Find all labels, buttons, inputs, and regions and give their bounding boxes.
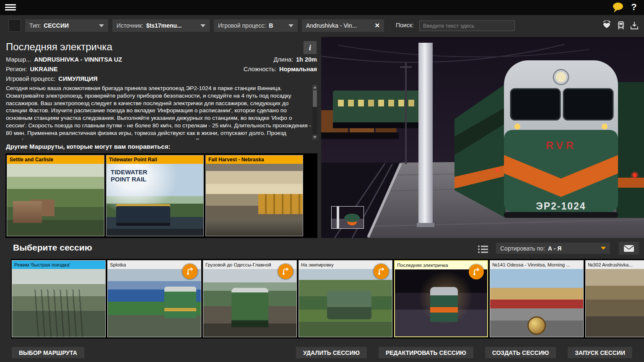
type-dropdown[interactable]: Тип: СЕССИИ — [25, 19, 108, 32]
session-description: Сегодня ночью ваша локомотивная бригада … — [6, 85, 311, 140]
scroll-up-icon[interactable] — [312, 85, 317, 90]
trainz-menu-screen: ? Тип: СЕССИИ Источник: $ts17menu... Игр… — [0, 0, 644, 362]
session-card-thumbnail — [299, 269, 392, 337]
session-meta: Маршр...ANDRUSHIVKA - VINNITSA UZ Длина:… — [6, 56, 317, 85]
gameplay-label: Игровой процесс: — [218, 22, 266, 29]
type-label: Тип: — [29, 22, 41, 29]
session-card-title: №302 Andrushivka... — [586, 261, 644, 269]
type-value: СЕССИИ — [44, 22, 69, 29]
trainz-medal-icon — [527, 316, 546, 335]
session-card[interactable]: Грузовой до Одессы-Главной — [203, 260, 297, 337]
gameplay-dropdown[interactable]: Игровой процесс: В — [214, 19, 298, 32]
sort-label: Сортировать по: — [500, 245, 545, 252]
source-value: $ts17menu... — [146, 22, 182, 29]
gameplay-meta-value: СИМУЛЯЦИЯ — [58, 75, 97, 82]
create-session-button[interactable]: СОЗДАТЬ СЕССИЮ — [485, 347, 556, 358]
session-route-badge-icon — [182, 264, 197, 279]
download-icon[interactable] — [628, 19, 641, 32]
session-card-thumbnail — [12, 269, 105, 337]
session-card[interactable]: №141 Odessa - Vinnitsa, Morning ... — [490, 260, 584, 337]
chevron-down-icon — [601, 247, 606, 250]
sort-value: А - Я — [548, 245, 562, 252]
length-label: Длина: — [274, 56, 293, 63]
session-card-title: Режим 'быстрая поездка' — [12, 261, 105, 269]
route-value: ANDRUSHIVKA - VINNITSA UZ — [34, 56, 122, 63]
route-label: Маршр... — [6, 56, 31, 63]
preview-mini-thumbnail[interactable] — [331, 206, 364, 229]
route-select-button[interactable]: ВЫБОР МАРШРУТА — [12, 347, 84, 358]
difficulty-label: Сложность: — [244, 66, 276, 72]
region-value: UKRAINE — [30, 66, 58, 72]
edit-session-button[interactable]: РЕДАКТИРОВАТЬ СЕССИЮ — [379, 347, 473, 358]
launch-session-button[interactable]: ЗАПУСК СЕССИИ — [568, 347, 632, 358]
session-card[interactable]: На экипировку — [299, 260, 392, 337]
suggested-route-thumbnail — [206, 164, 303, 236]
source-label: Источник: — [117, 22, 143, 29]
session-card-thumbnail — [108, 269, 201, 337]
session-card-strip: Режим 'быстрая поездка' Splotka Грузовой… — [11, 259, 644, 339]
scrollbar-thumb[interactable] — [313, 90, 317, 107]
footer-button-group: УДАЛИТЬ СЕССИЮ РЕДАКТИРОВАТЬ СЕССИЮ СОЗД… — [296, 347, 632, 358]
session-card-thumbnail — [490, 269, 583, 337]
session-card-quick-drive[interactable]: Режим 'быстрая поездка' — [12, 260, 106, 337]
chevron-down-icon — [200, 24, 205, 27]
gameplay-meta-label: Игровой процесс: — [6, 75, 55, 82]
scroll-down-icon[interactable] — [312, 134, 317, 140]
session-card[interactable]: Splotka — [107, 260, 201, 337]
chevron-down-icon — [288, 24, 293, 27]
train-number-text: ЭР2-1024 — [536, 201, 586, 212]
suggestions-heading: Другие Маршруты, которые могут вам понра… — [6, 143, 170, 150]
session-route-badge-icon — [374, 264, 389, 279]
session-card-selected[interactable]: Последняя электричка — [394, 260, 488, 337]
suggested-route-card[interactable]: Tidewater Point Rail TIDEWATER POINT RAI… — [106, 155, 204, 236]
chat-bubble-icon[interactable] — [611, 2, 625, 13]
suggested-route-thumbnail: TIDEWATER POINT RAIL — [106, 164, 203, 236]
artwork-text: TIDEWATER POINT RAIL — [111, 169, 147, 183]
session-card-thumbnail — [586, 269, 644, 337]
difficulty-value: Нормальная — [279, 66, 317, 72]
sort-dropdown[interactable]: Сортировать по: А - Я — [496, 243, 610, 254]
suggested-route-card[interactable]: Settle and Carlisle — [7, 155, 104, 236]
train-icon[interactable] — [615, 19, 627, 32]
train-logo-text: RVR — [546, 139, 576, 152]
envelope-icon[interactable] — [619, 242, 639, 255]
suggestions-strip: Settle and Carlisle Tidewater Point Rail… — [5, 153, 317, 238]
length-value: 1h 20m — [296, 56, 317, 63]
chevron-down-icon — [99, 24, 104, 27]
favorites-sync-icon[interactable] — [600, 19, 613, 32]
sessions-heading: Выберите сессию — [13, 243, 92, 253]
help-button[interactable]: ? — [628, 1, 640, 13]
source-dropdown[interactable]: Источник: $ts17menu... — [112, 19, 210, 32]
session-card-thumbnail — [395, 269, 487, 336]
hamburger-menu-icon[interactable] — [5, 3, 16, 12]
close-icon[interactable]: ✕ — [371, 22, 380, 29]
region-label: Регион: — [6, 66, 27, 72]
night-station-scene: RVR ЭР2-1024 — [321, 37, 644, 238]
gameplay-value: В — [269, 22, 273, 29]
session-card[interactable]: №302 Andrushivka... — [585, 260, 644, 337]
suggested-route-title: Tidewater Point Rail — [106, 155, 203, 164]
route-filter-label: Andrushivka - Vin... — [306, 22, 357, 29]
delete-session-button[interactable]: УДАЛИТЬ СЕССИЮ — [296, 347, 367, 358]
suggested-route-thumbnail — [7, 164, 104, 236]
search-input[interactable] — [419, 21, 515, 31]
list-view-icon[interactable] — [477, 244, 489, 254]
search-label: Поиск: — [396, 22, 414, 28]
session-card-thumbnail — [203, 269, 296, 337]
suggested-route-card[interactable]: Fall Harvest - Nebraska — [205, 155, 303, 236]
session-preview-image: RVR ЭР2-1024 — [321, 37, 644, 238]
session-title: Последняя электричка — [6, 41, 112, 53]
session-card-title: №141 Odessa - Vinnitsa, Morning ... — [490, 261, 583, 269]
filter-thumbnail[interactable] — [8, 19, 21, 32]
suggested-route-title: Fall Harvest - Nebraska — [206, 155, 303, 164]
suggested-route-title: Settle and Carlisle — [7, 155, 104, 164]
session-route-badge-icon — [278, 264, 293, 279]
description-scrollbar[interactable] — [312, 85, 317, 140]
info-button[interactable]: i — [304, 41, 317, 54]
topbar: ? — [0, 0, 644, 15]
session-route-badge-icon — [469, 264, 484, 279]
route-filter-tag[interactable]: Andrushivka - Vin... ✕ — [302, 19, 384, 32]
